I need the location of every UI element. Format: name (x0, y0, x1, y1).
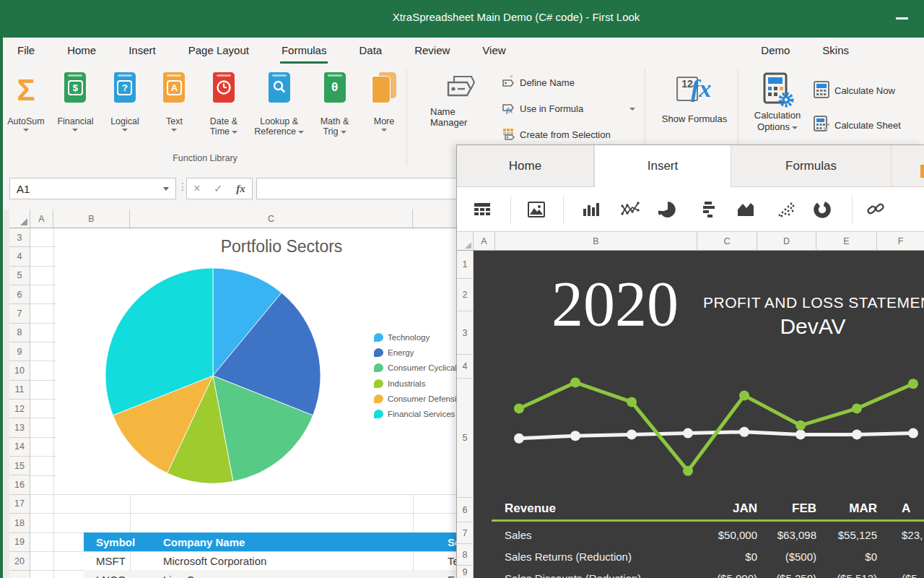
ribbon-tab-review[interactable]: Review (414, 38, 450, 65)
date-time-button[interactable]: Date &Time (205, 72, 243, 137)
select-all-corner[interactable] (457, 232, 474, 251)
line-chart-icon[interactable] (616, 195, 645, 224)
ribbon-tab-page-layout[interactable]: Page Layout (188, 38, 249, 65)
logical-button[interactable]: ?Logical (106, 72, 144, 137)
math-trig-button[interactable]: θMath &Trig (316, 72, 354, 137)
overlay-row-header-3[interactable]: 3 (457, 311, 473, 355)
row-header-9[interactable]: 9 (9, 342, 30, 361)
ribbon-tab-insert[interactable]: Insert (128, 38, 156, 65)
profit-loss-sheet[interactable]: 2020 PROFIT AND LOSS STATEMENT DevAV Rev… (474, 251, 924, 578)
row-header-7[interactable]: 7 (9, 304, 30, 323)
overlay-row-header-5[interactable]: 5 (457, 379, 473, 498)
define-name-button[interactable]: * Define Name (501, 75, 575, 90)
row-header-17[interactable]: 17 (9, 495, 30, 514)
ribbon-tab-demo[interactable]: Demo (761, 38, 790, 65)
row-header-19[interactable]: 19 (9, 533, 30, 552)
overlay-tab-insert[interactable]: Insert (594, 145, 731, 187)
overlay-column-header-b[interactable]: B (495, 232, 697, 251)
lookup-reference-button[interactable]: Lookup &Reference (254, 72, 304, 137)
overlay-row-header-6[interactable]: 6 (457, 498, 473, 522)
row-header-13[interactable]: 13 (9, 418, 30, 437)
row-header-15[interactable]: 15 (9, 457, 30, 475)
calculate-now-icon (813, 81, 830, 100)
create-from-selection-button[interactable]: Create from Selection (501, 127, 611, 142)
row-header-18[interactable]: 18 (9, 514, 30, 532)
bar-chart-icon[interactable] (695, 195, 724, 224)
chevron-down-icon (298, 131, 304, 134)
chevron-down-icon (171, 129, 177, 131)
hyperlink-icon[interactable] (862, 195, 891, 224)
revenue-row[interactable]: Sales Returns (Reduction)$0($500)$0 (474, 545, 924, 567)
ribbon-button-label: Date &Time (210, 116, 237, 137)
column-header-C[interactable]: C (130, 210, 413, 228)
window-title: XtraSpreadsheet Main Demo (C# code) - Fi… (0, 11, 924, 23)
overlay-row-header-1[interactable]: 1 (457, 251, 473, 279)
name-box[interactable]: A1 (9, 178, 176, 199)
show-formulas-button[interactable]: 12 fx Show Formulas (655, 74, 733, 124)
calculation-options-button[interactable]: Calculation Options (745, 72, 810, 133)
overlay-row-header-7[interactable]: 7 (457, 522, 473, 544)
use-in-formula-label: Use in Formula (520, 103, 583, 114)
overlay-tab-formulas[interactable]: Formulas (731, 145, 892, 186)
more-button[interactable]: More (365, 72, 403, 137)
pie-chart-icon[interactable] (653, 195, 681, 224)
enter-button[interactable]: ✓ (214, 182, 223, 195)
row-header-8[interactable]: 8 (9, 324, 30, 342)
use-in-formula-button[interactable]: fx Use in Formula (501, 101, 635, 116)
create-from-selection-label: Create from Selection (520, 129, 611, 140)
ribbon-tab-data[interactable]: Data (359, 38, 382, 65)
column-chart-icon[interactable] (576, 195, 605, 224)
ribbon-tab-skins[interactable]: Skins (822, 38, 849, 65)
name-manager-button[interactable]: Name Manager (430, 74, 488, 128)
column-header-A[interactable]: A (30, 210, 53, 228)
row-header-12[interactable]: 12 (9, 400, 30, 418)
name-manager-label: Name Manager (430, 106, 488, 128)
insert-function-button[interactable]: fx (236, 183, 245, 195)
select-all-corner[interactable] (9, 210, 30, 228)
overlay-row-header-8[interactable]: 8 (457, 544, 473, 566)
overlay-row-header-4[interactable]: 4 (457, 355, 473, 379)
revenue-row[interactable]: Sales$50,000$63,098$55,125$23, (474, 524, 924, 545)
cancel-button[interactable]: × (193, 182, 200, 195)
image-icon[interactable] (522, 195, 551, 224)
calculate-sheet-button[interactable]: Calculate Sheet (813, 116, 901, 135)
area-chart-icon[interactable] (731, 195, 760, 224)
autosum-button[interactable]: ΣAutoSum (7, 72, 45, 137)
calculate-now-button[interactable]: Calculate Now (813, 81, 895, 100)
overlay-column-header-e[interactable]: E (816, 232, 877, 251)
overlay-column-header-a[interactable]: A (474, 232, 495, 251)
cell-grid[interactable]: Portfolio Sectors TechnologyEnergyConsum… (30, 228, 476, 578)
stock-table-row[interactable]: MSFTMicrosoft CorporationTechnology (84, 551, 476, 570)
row-header-20[interactable]: 20 (9, 552, 30, 571)
row-header-4[interactable]: 4 (9, 247, 30, 266)
table-icon[interactable] (468, 195, 497, 224)
overlay-column-header-f[interactable]: F (877, 232, 924, 251)
overlay-row-header-9[interactable]: 9 (457, 566, 473, 578)
text-button[interactable]: AText (155, 72, 193, 137)
ribbon-tab-home[interactable]: Home (67, 38, 96, 65)
overlay-row-header-2[interactable]: 2 (457, 279, 473, 311)
ribbon-tab-file[interactable]: File (17, 38, 35, 65)
row-header-5[interactable]: 5 (9, 267, 30, 285)
row-header-14[interactable]: 14 (9, 438, 30, 457)
row-header-11[interactable]: 11 (9, 381, 30, 400)
minimize-icon[interactable] (896, 17, 908, 20)
ribbon-button-label: More (374, 116, 394, 126)
financial-book-icon: $ (64, 72, 86, 113)
ribbon-tab-formulas[interactable]: Formulas (282, 38, 327, 65)
row-header-16[interactable]: 16 (9, 475, 30, 494)
row-header-10[interactable]: 10 (9, 361, 30, 380)
financial-button[interactable]: $Financial (56, 72, 94, 137)
ribbon-tab-view[interactable]: View (482, 38, 505, 65)
scatter-chart-icon[interactable] (772, 195, 801, 224)
row-header-6[interactable]: 6 (9, 285, 30, 304)
revenue-row[interactable]: Sales Discounts (Reduction)($5,000)($5,2… (474, 567, 924, 578)
row-header-3[interactable]: 3 (9, 228, 30, 247)
overlay-tab-home[interactable]: Home (457, 145, 594, 186)
portfolio-pie-chart[interactable]: Portfolio Sectors TechnologyEnergyConsum… (56, 230, 476, 494)
overlay-column-header-d[interactable]: D (757, 232, 816, 251)
overlay-column-header-c[interactable]: C (697, 232, 757, 251)
column-header-B[interactable]: B (53, 210, 130, 228)
stock-table-row[interactable]: LNCOLinn CoEnergy (84, 570, 476, 578)
doughnut-chart-icon[interactable] (808, 195, 837, 224)
